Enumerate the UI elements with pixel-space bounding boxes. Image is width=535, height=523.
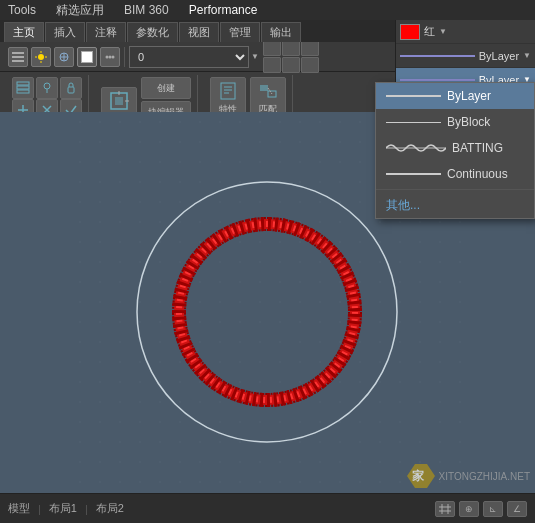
tab-output[interactable]: 输出 <box>261 22 301 42</box>
svg-rect-2 <box>12 60 24 62</box>
svg-rect-15 <box>17 86 29 89</box>
byblock-option-label: ByBlock <box>447 115 490 129</box>
bylayer-label1: ByLayer <box>479 50 519 62</box>
watermark-icon-svg: 家 <box>407 464 435 488</box>
continuous-option-label: Continuous <box>447 167 508 181</box>
menu-bar: Tools 精选应用 BIM 360 Performance <box>0 0 535 20</box>
continuous-line-preview <box>386 173 441 175</box>
watermark: 家 XITONGZHIJIA.NET <box>407 464 531 488</box>
dropdown-byblock[interactable]: ByBlock <box>376 109 534 135</box>
si-5[interactable] <box>282 57 300 73</box>
polar-status-btn[interactable]: ∠ <box>507 501 527 517</box>
si-4[interactable] <box>263 57 281 73</box>
small-icons-group <box>263 40 319 73</box>
status-sep1: | <box>38 503 41 515</box>
menu-bim360[interactable]: BIM 360 <box>120 3 173 17</box>
color-label: 红 <box>424 24 435 39</box>
svg-rect-14 <box>17 82 29 85</box>
layer-chevron: ▼ <box>251 53 259 61</box>
dropdown-divider <box>376 189 534 190</box>
menu-performance[interactable]: Performance <box>185 3 262 17</box>
tab-insert[interactable]: 插入 <box>45 22 85 42</box>
color-row: 红 ▼ <box>396 20 535 44</box>
svg-rect-16 <box>17 90 29 93</box>
svg-point-3 <box>38 54 44 60</box>
layer-icons-row1 <box>12 77 82 99</box>
batting-svg <box>386 142 446 154</box>
tab-parametric[interactable]: 参数化 <box>127 22 178 42</box>
status-layout2[interactable]: 布局2 <box>96 501 124 516</box>
si-6[interactable] <box>301 57 319 73</box>
svg-point-12 <box>109 55 112 58</box>
svg-rect-0 <box>12 52 24 54</box>
svg-rect-25 <box>115 97 123 105</box>
tab-manage[interactable]: 管理 <box>220 22 260 42</box>
svg-point-13 <box>112 55 115 58</box>
layer-select-area: 0 ▼ <box>129 46 259 68</box>
bylayer-line-preview <box>386 95 441 97</box>
si-2[interactable] <box>282 40 300 56</box>
status-model[interactable]: 模型 <box>8 501 30 516</box>
menu-tools[interactable]: Tools <box>4 3 40 17</box>
status-right-icons: ⊕ ⊾ ∠ <box>435 501 527 517</box>
svg-rect-1 <box>12 56 24 58</box>
menu-featured[interactable]: 精选应用 <box>52 2 108 19</box>
dropdown-other[interactable]: 其他... <box>376 192 534 218</box>
tab-view[interactable]: 视图 <box>179 22 219 42</box>
layer-freeze-icon[interactable] <box>36 77 58 99</box>
freeze-icon-btn[interactable] <box>54 47 74 67</box>
color-swatch[interactable] <box>400 24 420 40</box>
bylayer-option-label: ByLayer <box>447 89 491 103</box>
layer-dropdown[interactable]: 0 <box>129 46 249 68</box>
svg-rect-32 <box>260 85 268 91</box>
layer-lock-icon[interactable] <box>60 77 82 99</box>
layer-toggle-btn[interactable] <box>8 47 28 67</box>
status-sep2: | <box>85 503 88 515</box>
sun-icon-btn[interactable] <box>31 47 51 67</box>
linetype-dropdown: ByLayer ByBlock BATTING Continuous 其他... <box>375 82 535 219</box>
svg-point-17 <box>44 83 50 89</box>
si-1[interactable] <box>263 40 281 56</box>
tab-annotate[interactable]: 注释 <box>86 22 126 42</box>
dropdown-continuous[interactable]: Continuous <box>376 161 534 187</box>
byblock-line-preview <box>386 122 441 123</box>
status-bar: 模型 | 布局1 | 布局2 ⊕ ⊾ ∠ <box>0 493 535 523</box>
batting-option-label: BATTING <box>452 141 503 155</box>
si-3[interactable] <box>301 40 319 56</box>
watermark-site-text: XITONGZHIJIA.NET <box>439 471 531 482</box>
ortho-status-btn[interactable]: ⊾ <box>483 501 503 517</box>
dropdown-bylayer[interactable]: ByLayer <box>376 83 534 109</box>
status-layout1[interactable]: 布局1 <box>49 501 77 516</box>
bylayer-chevron1[interactable]: ▼ <box>523 52 531 60</box>
layer-icon-group <box>4 47 125 67</box>
more-layer-btn[interactable] <box>100 47 120 67</box>
bylayer-line2 <box>400 79 475 81</box>
grid-status-btn[interactable] <box>435 501 455 517</box>
color-chevron[interactable]: ▼ <box>439 28 447 36</box>
color-block-btn[interactable] <box>77 47 97 67</box>
watermark-logo: 家 XITONGZHIJIA.NET <box>407 464 531 488</box>
svg-rect-28 <box>221 83 235 99</box>
batting-preview <box>386 142 446 154</box>
svg-point-11 <box>106 55 109 58</box>
snap-status-btn[interactable]: ⊕ <box>459 501 479 517</box>
bylayer-line1 <box>400 55 475 57</box>
svg-rect-19 <box>68 87 74 93</box>
svg-text:家: 家 <box>412 469 425 483</box>
dropdown-batting[interactable]: BATTING <box>376 135 534 161</box>
layer-prop-icon[interactable] <box>12 77 34 99</box>
tab-home[interactable]: 主页 <box>4 22 44 42</box>
create-block-btn[interactable]: 创建 <box>141 77 191 99</box>
bylayer-row1: ByLayer ▼ <box>396 44 535 68</box>
